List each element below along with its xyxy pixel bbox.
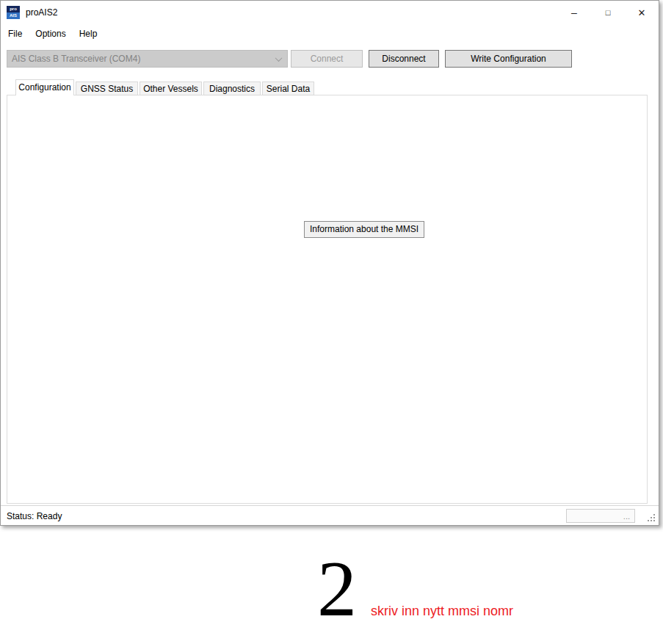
tab-configuration[interactable]: Configuration xyxy=(15,79,74,95)
screenshot-root: pro AIS proAIS2 – □ ✕ File Options Help … xyxy=(0,0,663,644)
configuration-panel xyxy=(7,95,648,504)
close-button[interactable]: ✕ xyxy=(625,1,659,24)
menu-options[interactable]: Options xyxy=(29,24,72,43)
tab-gnss-status[interactable]: GNSS Status xyxy=(76,82,138,95)
titlebar: pro AIS proAIS2 – □ ✕ xyxy=(1,1,659,24)
step-number: 2 xyxy=(317,549,357,629)
menubar: File Options Help xyxy=(1,24,104,43)
chevron-down-icon xyxy=(269,51,287,67)
window-title: proAIS2 xyxy=(26,1,57,24)
menu-help[interactable]: Help xyxy=(73,24,104,43)
disconnect-button[interactable]: Disconnect xyxy=(369,50,439,68)
tab-serial-data[interactable]: Serial Data xyxy=(262,82,314,95)
menu-file[interactable]: File xyxy=(1,24,29,43)
write-configuration-button[interactable]: Write Configuration xyxy=(445,50,572,68)
maximize-button[interactable]: □ xyxy=(591,1,625,24)
status-bar: Status: Ready ... xyxy=(1,505,659,525)
tab-other-vessels[interactable]: Other Vessels xyxy=(140,82,202,95)
tab-diagnostics[interactable]: Diagnostics xyxy=(203,82,261,95)
resize-grip-icon[interactable] xyxy=(646,513,656,523)
app-window: pro AIS proAIS2 – □ ✕ File Options Help … xyxy=(0,0,659,526)
tab-strip: Configuration GNSS Status Other Vessels … xyxy=(15,79,316,95)
status-right-box: ... xyxy=(566,509,635,523)
mmsi-tooltip: Information about the MMSI xyxy=(304,221,424,238)
status-text: Status: Ready xyxy=(7,511,62,521)
port-select[interactable]: AIS Class B Transceiver (COM4) xyxy=(7,50,288,68)
minimize-button[interactable]: – xyxy=(557,1,591,24)
window-controls: – □ ✕ xyxy=(557,1,659,24)
app-icon: pro AIS xyxy=(7,6,20,19)
connect-button[interactable]: Connect xyxy=(291,50,363,68)
annotation-note: skriv inn nytt mmsi nomr xyxy=(371,604,513,619)
